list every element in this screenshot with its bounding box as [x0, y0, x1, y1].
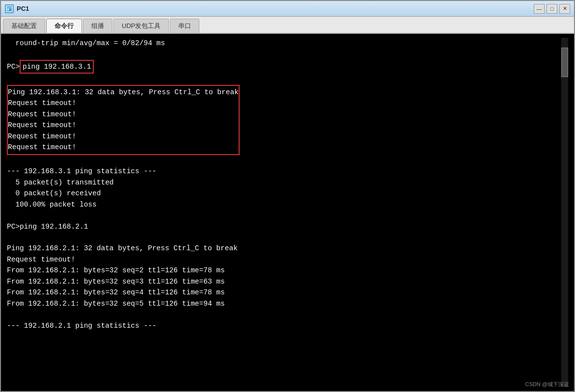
line-timeout-4: Request timeout!: [8, 132, 76, 140]
line-blank-1: [7, 50, 11, 58]
scrollbar-thumb[interactable]: [561, 48, 568, 77]
line-timeout-2: Request timeout!: [8, 110, 76, 118]
line-from-3: From 192.168.2.1: bytes=32 seq=4 ttl=126…: [7, 288, 225, 296]
watermark: CSDN @城下深蓝: [525, 381, 569, 388]
title-controls: — □ ✕: [534, 4, 570, 14]
tab-basic-config[interactable]: 基础配置: [3, 19, 45, 33]
scrollbar[interactable]: [561, 38, 568, 387]
tab-serial[interactable]: 串口: [170, 19, 199, 33]
line-stats-header: --- 192.168.3.1 ping statistics ---: [7, 167, 157, 175]
line-blank-2: [7, 75, 11, 83]
window-title: PC1: [17, 5, 29, 12]
line-round-trip: round-trip min/avg/max = 0/82/94 ms: [7, 39, 165, 47]
tab-command-line[interactable]: 命令行: [46, 19, 82, 33]
tab-multicast[interactable]: 组播: [83, 19, 112, 33]
line-from-2: From 192.168.2.1: bytes=32 seq=3 ttl=126…: [7, 278, 225, 286]
terminal-wrapper: round-trip min/avg/max = 0/82/94 ms PC>p…: [1, 34, 574, 391]
terminal-content: round-trip min/avg/max = 0/82/94 ms PC>p…: [7, 38, 561, 387]
line-from-1: From 192.168.2.1: bytes=32 seq=2 ttl=126…: [7, 266, 225, 274]
ping-result-block: Ping 192.168.3.1: 32 data bytes, Press C…: [7, 85, 240, 155]
line-timeout-1: Request timeout!: [8, 99, 76, 107]
title-bar-left: PC1: [5, 4, 29, 13]
svg-rect-0: [6, 6, 12, 12]
title-bar: PC1 — □ ✕: [1, 1, 574, 17]
line-blank-3: [7, 157, 11, 164]
line-received: 0 packet(s) received: [7, 189, 101, 197]
line-ping-cmd-2: PC>ping 192.168.2.1: [7, 223, 88, 231]
line-blank-4: [7, 211, 11, 219]
line-timeout-5: Request timeout!: [8, 143, 76, 151]
terminal-container[interactable]: round-trip min/avg/max = 0/82/94 ms PC>p…: [1, 34, 574, 391]
maximize-button[interactable]: □: [547, 4, 557, 14]
line-timeout-6: Request timeout!: [7, 256, 75, 263]
line-packet-loss: 100.00% packet loss: [7, 201, 97, 209]
line-stats-header-2: --- 192.168.2.1 ping statistics ---: [7, 322, 157, 330]
minimize-button[interactable]: —: [534, 4, 545, 14]
tab-udp-tool[interactable]: UDP发包工具: [113, 19, 169, 33]
line-transmitted: 5 packet(s) transmitted: [7, 179, 114, 186]
close-button[interactable]: ✕: [559, 4, 570, 14]
line-ping-header: Ping 192.168.3.1: 32 data bytes, Press C…: [8, 88, 239, 96]
window-icon: [5, 4, 14, 13]
main-window: PC1 — □ ✕ 基础配置 命令行 组播 UDP发包工具 串口 round-t…: [0, 0, 575, 392]
svg-rect-2: [7, 9, 9, 10]
line-ping-header-2: Ping 192.168.2.1: 32 data bytes, Press C…: [7, 244, 238, 252]
line-blank-5: [7, 234, 11, 241]
tab-bar: 基础配置 命令行 组播 UDP发包工具 串口: [1, 17, 574, 34]
line-timeout-3: Request timeout!: [8, 121, 76, 129]
line-from-4: From 192.168.2.1: bytes=32 seq=5 ttl=126…: [7, 300, 225, 308]
line-blank-6: [7, 311, 11, 318]
line-ping-cmd: PC>ping 192.168.3.1: [7, 63, 94, 71]
terminal-inner: round-trip min/avg/max = 0/82/94 ms PC>p…: [1, 34, 574, 391]
